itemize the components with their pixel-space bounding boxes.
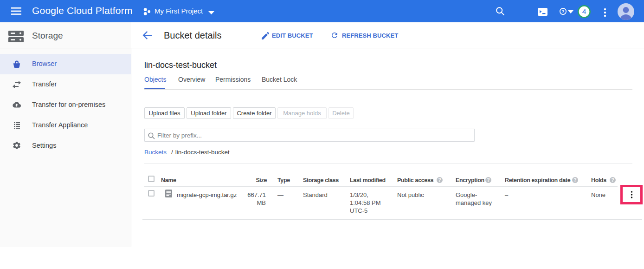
svg-text:?: ?	[562, 9, 565, 14]
svg-text:4: 4	[582, 7, 586, 15]
